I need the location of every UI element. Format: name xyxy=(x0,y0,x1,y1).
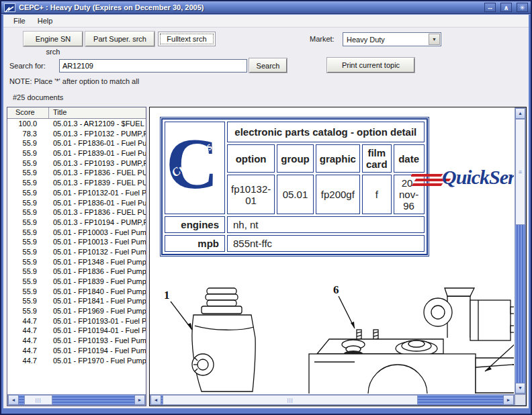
document-horizontal-scrollbar[interactable]: ◄ ||| ► xyxy=(150,394,515,406)
results-panel: Score Title 100.005.01.3 - AR12109 - $FU… xyxy=(7,107,146,406)
scrollbar-track[interactable]: ||| xyxy=(161,395,503,405)
quickserve-logo-text: QuickServe xyxy=(442,166,514,189)
scroll-right-icon[interactable]: ► xyxy=(503,395,514,405)
title-cell: 05.01.3 - FP10193 - PUMP,F xyxy=(49,158,146,169)
title-cell: 05.01 - FP10013 - Fuel Pum xyxy=(49,237,146,247)
score-cell: 44.7 xyxy=(7,316,49,326)
film-card-value: f xyxy=(362,175,392,214)
search-button[interactable]: Search xyxy=(249,58,287,73)
scrollbar-thumb[interactable]: ≡ xyxy=(515,119,525,225)
table-row[interactable]: 55.905.01 - FP1969 - Fuel Pump xyxy=(7,306,146,316)
table-row[interactable]: 55.905.01 - FP1836-01 - Fuel Pu xyxy=(7,198,146,208)
table-row[interactable]: 55.905.01.3 - FP1836 - FUEL PU xyxy=(7,168,146,178)
title-cell: 05.01 - FP1348 - Fuel Pump xyxy=(49,257,146,267)
score-cell: 55.9 xyxy=(7,218,49,228)
document-vertical-scrollbar[interactable]: ▲ ≡ ▼ xyxy=(515,107,526,394)
score-cell: 55.9 xyxy=(7,198,49,208)
scrollbar-track[interactable]: ||| xyxy=(19,395,134,405)
column-header-film-card: film card xyxy=(362,144,392,173)
chevron-down-icon[interactable]: ▼ xyxy=(429,34,440,45)
minimize-icon[interactable]: -- xyxy=(484,3,496,12)
table-row[interactable]: 44.705.01 - FP10194 - Fuel Pum xyxy=(7,346,146,356)
column-header-title[interactable]: Title xyxy=(49,107,146,118)
scroll-down-icon[interactable]: ▼ xyxy=(515,383,525,394)
tab-part-super-search[interactable]: Part Super. srch xyxy=(85,32,154,46)
title-cell: 05.01 - FP10194-01 - Fuel P xyxy=(49,326,146,336)
market-select[interactable]: Heavy Duty ▼ xyxy=(343,32,441,46)
tab-fulltext-search[interactable]: Fulltext srch xyxy=(158,32,216,46)
menu-help[interactable]: Help xyxy=(32,15,59,26)
title-bar: CEPC+ : Heavy Duty (Expires on December … xyxy=(1,1,531,14)
table-row[interactable]: 55.905.01 - FP10132 - Fuel Pum xyxy=(7,247,146,257)
table-row[interactable]: 55.905.01.3 - FP10193 - PUMP,F xyxy=(7,158,146,169)
score-cell: 55.9 xyxy=(7,306,49,316)
title-cell: 05.01 - FP1836-01 - Fuel Pu xyxy=(49,138,146,148)
results-body: 100.005.01.3 - AR12109 - $FUEL78.305.01.… xyxy=(7,119,146,383)
mpb-value: 855nt-ffc xyxy=(227,235,425,252)
menu-file[interactable]: File xyxy=(7,15,32,26)
title-cell: 05.01 - FP1841 - Fuel Pump xyxy=(49,296,146,306)
table-row[interactable]: 55.905.01 - FP1839 - Fuel Pump xyxy=(7,277,146,287)
tab-engine-sn-search[interactable]: Engine SN srch xyxy=(24,32,83,46)
print-current-topic-button[interactable]: Print current topic xyxy=(327,58,414,73)
score-cell: 55.9 xyxy=(7,168,49,178)
scroll-up-icon[interactable]: ▲ xyxy=(515,108,525,119)
scrollbar-track[interactable]: ≡ xyxy=(515,119,525,383)
scroll-right-icon[interactable]: ► xyxy=(134,395,145,405)
table-row[interactable]: 55.905.01 - FP10003 - Fuel Pum xyxy=(7,228,146,238)
table-row[interactable]: 55.905.01 - FP1839-01 - Fuel Pu xyxy=(7,148,146,158)
table-row[interactable]: 55.905.01 - FP1836 - Fuel Pump xyxy=(7,267,146,277)
title-cell: 05.01 - FP1840 - Fuel Pump xyxy=(49,287,146,297)
engines-value: nh, nt xyxy=(227,216,425,233)
title-cell: 05.01 - FP10132 - Fuel Pum xyxy=(49,247,146,257)
score-cell: 55.9 xyxy=(7,188,49,198)
search-for-label: Search for: xyxy=(9,62,46,70)
table-row[interactable]: 55.905.01.3 - FP1839 - FUEL PU xyxy=(7,178,146,188)
mpb-label: mpb xyxy=(165,235,225,252)
results-horizontal-scrollbar[interactable]: ◄ ||| ► xyxy=(7,394,146,406)
table-row[interactable]: 44.705.01 - FP10193-01 - Fuel P xyxy=(7,316,146,326)
table-row[interactable]: 55.905.01 - FP1841 - Fuel Pump xyxy=(7,296,146,306)
table-row[interactable]: 55.905.01 - FP1348 - Fuel Pump xyxy=(7,257,146,267)
table-row[interactable]: 55.905.01 - FP10132-01 - Fuel P xyxy=(7,188,146,198)
fuel-pump-diagram: 1 xyxy=(153,279,514,394)
score-cell: 55.9 xyxy=(7,287,49,297)
maximize-icon[interactable]: ∧ xyxy=(500,3,512,12)
score-cell: 55.9 xyxy=(7,296,49,306)
column-header-group: group xyxy=(277,144,314,173)
table-row[interactable]: 100.005.01.3 - AR12109 - $FUEL xyxy=(7,119,146,129)
title-cell: 05.01 - FP1836-01 - Fuel Pu xyxy=(49,198,146,208)
title-cell: 05.01.3 - AR12109 - $FUEL xyxy=(49,119,146,129)
column-header-score[interactable]: Score xyxy=(7,107,49,118)
table-row[interactable]: 44.705.01 - FP10194-01 - Fuel P xyxy=(7,326,146,336)
table-title: electronic parts catalog - option detail xyxy=(227,122,425,142)
table-row[interactable]: 55.905.01.3 - FP1836 - FUEL PU xyxy=(7,208,146,218)
option-detail-table: C Cummins electronic parts catalog - opt… xyxy=(161,118,428,255)
title-cell: 05.01 - FP10193-01 - Fuel P xyxy=(49,316,146,326)
table-row[interactable]: 55.905.01 - FP10013 - Fuel Pum xyxy=(7,237,146,247)
table-row[interactable]: 44.705.01 - FP1970 - Fuel Pump xyxy=(7,356,146,366)
title-cell: 05.01 - FP1839 - Fuel Pump xyxy=(49,277,146,287)
window-frame: File Help Engine SN srch Part Super. src… xyxy=(1,14,531,414)
scrollbar-thumb[interactable]: ||| xyxy=(163,395,418,405)
title-cell: 05.01 - FP10194 - Fuel Pum xyxy=(49,346,146,356)
table-row[interactable]: 55.905.01 - FP1840 - Fuel Pump xyxy=(7,287,146,297)
table-row[interactable]: 78.305.01.3 - FP10132 - PUMP,F xyxy=(7,129,146,139)
scroll-left-icon[interactable]: ◄ xyxy=(150,395,161,405)
document-panel: C Cummins electronic parts catalog - opt… xyxy=(149,107,527,406)
close-icon[interactable]: ✳ xyxy=(517,3,528,12)
score-cell: 55.9 xyxy=(7,208,49,218)
scrollbar-thumb[interactable]: ||| xyxy=(24,395,52,405)
table-row[interactable]: 44.705.01 - FP10193 - Fuel Pum xyxy=(7,336,146,346)
table-row[interactable]: 55.905.01.3 - FP10194 - PUMP,F xyxy=(7,218,146,228)
quickserve-logo: QuickServe xyxy=(411,159,514,197)
score-cell: 55.9 xyxy=(7,228,49,238)
title-cell: 05.01.3 - FP1839 - FUEL PU xyxy=(49,178,146,188)
table-row[interactable]: 55.905.01 - FP1836-01 - Fuel Pu xyxy=(7,138,146,148)
title-cell: 05.01 - FP1969 - Fuel Pump xyxy=(49,306,146,316)
score-cell: 44.7 xyxy=(7,346,49,356)
scroll-left-icon[interactable]: ◄ xyxy=(8,395,19,405)
title-cell: 05.01 - FP10193 - Fuel Pum xyxy=(49,336,146,346)
score-cell: 55.9 xyxy=(7,267,49,277)
search-input[interactable] xyxy=(59,59,247,73)
